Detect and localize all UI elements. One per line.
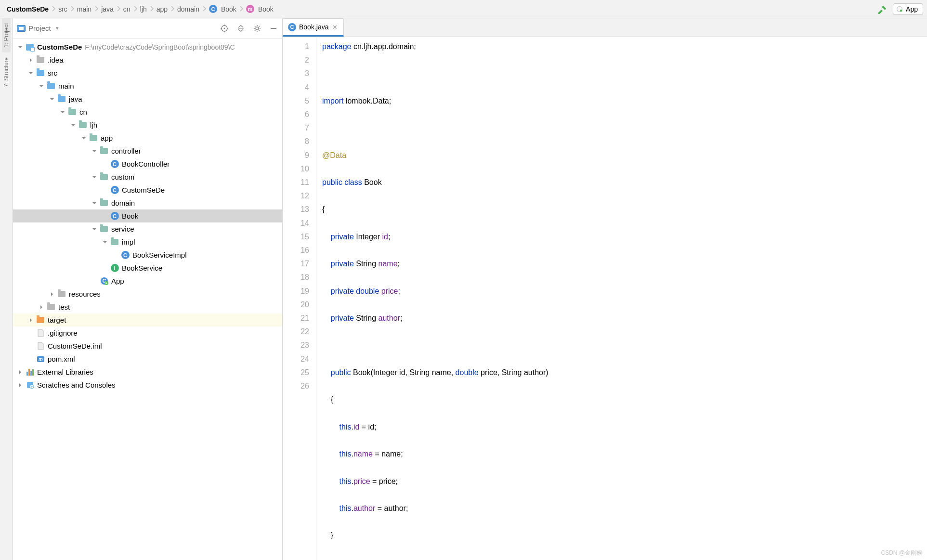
fteal-icon: [100, 225, 108, 234]
tree-twisty[interactable]: [91, 200, 98, 207]
forange-icon: [36, 316, 45, 325]
tree-twisty[interactable]: [80, 135, 87, 142]
tree-node-controller[interactable]: controller: [13, 144, 282, 157]
breadcrumb-item[interactable]: CustomSeDe: [4, 5, 52, 13]
tree-twisty[interactable]: [38, 83, 45, 90]
chevron-down-icon[interactable]: ▼: [55, 26, 60, 31]
code-content[interactable]: package cn.ljh.app.domain; import lombok…: [316, 37, 927, 560]
svg-point-1: [900, 9, 902, 12]
breadcrumb-item[interactable]: src: [55, 5, 70, 13]
tree-node-BookController[interactable]: CBookController: [13, 157, 282, 170]
breadcrumb: CustomSeDesrcmainjavacnljhappdomainCBook…: [4, 0, 276, 18]
tree-twisty[interactable]: [91, 148, 98, 155]
fgrey-icon: [57, 290, 66, 299]
tree-twisty[interactable]: [27, 317, 34, 324]
scratch-icon: [26, 381, 34, 390]
tree-node-domain[interactable]: domain: [13, 196, 282, 209]
tree-twisty[interactable]: [27, 57, 34, 64]
breadcrumb-item[interactable]: domain: [174, 5, 202, 13]
tree-node-target[interactable]: target: [13, 313, 282, 326]
settings-icon[interactable]: [252, 24, 262, 33]
tree-twisty[interactable]: [17, 382, 24, 389]
tree-node-gitignore[interactable]: .gitignore: [13, 326, 282, 339]
tree-node-root[interactable]: CustomSeDeF:\myCode\crazyCode\SpringBoot…: [13, 40, 282, 53]
tree-node-ljh[interactable]: ljh: [13, 118, 282, 131]
close-icon[interactable]: ✕: [331, 24, 339, 31]
tree-node-service[interactable]: service: [13, 222, 282, 235]
tree-node-resources[interactable]: resources: [13, 287, 282, 300]
tree-twisty[interactable]: [17, 44, 24, 51]
left-tool-strip: 1: Project 7: Structure: [0, 18, 13, 560]
tree-node-main[interactable]: main: [13, 79, 282, 92]
tree-node-test[interactable]: test: [13, 300, 282, 313]
tree-node-App[interactable]: CApp: [13, 274, 282, 287]
breadcrumb-item[interactable]: app: [154, 5, 170, 13]
tree-twisty[interactable]: [38, 304, 45, 311]
editor-tab[interactable]: C Book.java ✕: [283, 18, 344, 37]
tree-twisty[interactable]: [91, 226, 98, 233]
tree-twisty[interactable]: [49, 96, 55, 103]
breadcrumb-item[interactable]: mBook: [243, 5, 276, 13]
tree-node-BookService[interactable]: IBookService: [13, 261, 282, 274]
breadcrumb-item[interactable]: java: [98, 5, 117, 13]
project-sidebar: Project ▼ CustomSeDeF:\myCode\crazyCode\…: [13, 18, 283, 560]
tree-node-Book[interactable]: CBook: [13, 209, 282, 222]
tree-node-idea[interactable]: .idea: [13, 53, 282, 66]
cls-icon: C: [110, 160, 119, 169]
tree-twisty[interactable]: [17, 369, 24, 376]
project-tree[interactable]: CustomSeDeF:\myCode\crazyCode\SpringBoot…: [13, 39, 282, 560]
tree-node-extlib[interactable]: External Libraries: [13, 365, 282, 378]
sidebar-header: Project ▼: [13, 18, 282, 39]
tab-filename: Book.java: [299, 23, 328, 31]
fgrey-icon: [36, 56, 45, 65]
tree-node-app[interactable]: app: [13, 131, 282, 144]
tree-node-scratches[interactable]: Scratches and Consoles: [13, 378, 282, 391]
tree-twisty[interactable]: [49, 291, 55, 298]
tree-twisty[interactable]: [102, 239, 108, 246]
tree-node-iml[interactable]: CustomSeDe.iml: [13, 339, 282, 352]
tree-node-src[interactable]: src: [13, 66, 282, 79]
code-editor[interactable]: 1234567891011121314151617181920212223242…: [283, 37, 927, 560]
sidebar-title[interactable]: Project: [28, 24, 51, 32]
tree-twisty[interactable]: [91, 174, 98, 181]
cls-icon: C: [110, 212, 119, 221]
tree-node-custom[interactable]: custom: [13, 170, 282, 183]
fteal-icon: [110, 238, 119, 247]
tree-twisty[interactable]: [59, 109, 66, 116]
run-config-selector[interactable]: App: [893, 3, 923, 15]
tree-node-CustomSeDe[interactable]: CCustomSeDe: [13, 183, 282, 196]
tree-node-java[interactable]: java: [13, 92, 282, 105]
expand-all-icon[interactable]: [236, 24, 246, 33]
fteal-icon: [100, 199, 108, 208]
module-icon: [26, 43, 34, 52]
cls-icon: C: [110, 186, 119, 195]
fblue-icon: [47, 82, 55, 91]
breadcrumb-item[interactable]: cn: [120, 5, 133, 13]
class-icon: C: [288, 23, 296, 31]
breadcrumb-item[interactable]: CBook: [206, 5, 239, 13]
tree-twisty[interactable]: [27, 70, 34, 77]
breadcrumb-item[interactable]: main: [74, 5, 94, 13]
fgrey-icon: [47, 303, 55, 312]
run-icon: C: [100, 277, 108, 286]
tool-tab-structure[interactable]: 7: Structure: [2, 52, 11, 92]
tool-tab-project[interactable]: 1: Project: [2, 18, 11, 52]
tree-node-cn[interactable]: cn: [13, 105, 282, 118]
minimize-icon[interactable]: [269, 24, 278, 33]
iface-icon: I: [110, 264, 119, 273]
filem-icon: m: [36, 355, 45, 364]
svg-point-4: [256, 27, 259, 30]
tree-twisty[interactable]: [70, 122, 77, 129]
file-icon: [36, 329, 45, 338]
locate-icon[interactable]: [220, 24, 229, 33]
fteal-icon: [89, 134, 98, 143]
tree-node-impl[interactable]: impl: [13, 235, 282, 248]
fteal-icon: [78, 121, 87, 130]
tree-node-pom[interactable]: mpom.xml: [13, 352, 282, 365]
build-icon[interactable]: [877, 4, 888, 14]
tree-node-BookServiceImpl[interactable]: CBookServiceImpl: [13, 248, 282, 261]
project-view-icon: [17, 25, 26, 32]
fteal-icon: [100, 173, 108, 182]
breadcrumb-item[interactable]: ljh: [137, 5, 150, 13]
run-config-icon: [896, 6, 903, 13]
